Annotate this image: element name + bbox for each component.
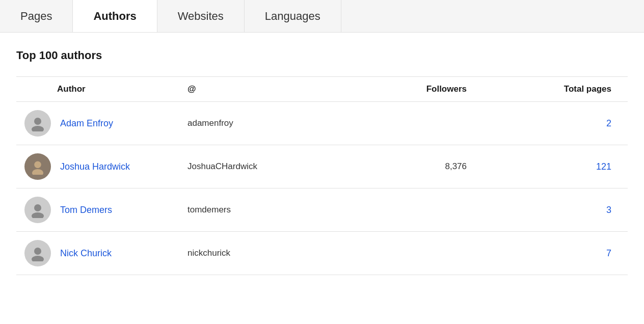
author-cell: Joshua Hardwick <box>24 153 171 180</box>
svg-point-1 <box>32 126 44 131</box>
col-header-author: Author <box>16 77 179 102</box>
handle-cell: adamenfroy <box>179 102 363 145</box>
followers-cell <box>363 232 475 275</box>
author-cell-td: Tom Demers <box>16 188 179 232</box>
total-pages-cell: 2 <box>475 102 628 145</box>
svg-point-7 <box>32 256 44 261</box>
table-header-row: Author @ Followers Total pages <box>16 77 628 102</box>
author-cell-td: Nick Churick <box>16 232 179 275</box>
followers-cell <box>363 188 475 232</box>
col-header-total-pages: Total pages <box>475 77 628 102</box>
col-header-handle: @ <box>179 77 363 102</box>
total-pages-cell: 7 <box>475 232 628 275</box>
svg-point-6 <box>34 248 41 255</box>
author-name-link[interactable]: Tom Demers <box>60 205 112 215</box>
table-row: Tom Demers tomdemers 3 <box>16 188 628 232</box>
author-name-link[interactable]: Adam Enfroy <box>60 118 113 129</box>
tab-bar: Pages Authors Websites Languages <box>0 0 644 33</box>
svg-point-3 <box>32 169 43 175</box>
table-row: Joshua Hardwick JoshuaCHardwick 8,376 12… <box>16 145 628 188</box>
author-name-link[interactable]: Joshua Hardwick <box>60 161 130 172</box>
followers-cell <box>363 102 475 145</box>
table-row: Adam Enfroy adamenfroy 2 <box>16 102 628 145</box>
tab-pages[interactable]: Pages <box>0 0 73 32</box>
author-cell: Nick Churick <box>24 240 171 266</box>
total-pages-cell: 3 <box>475 188 628 232</box>
author-cell-td: Adam Enfroy <box>16 102 179 145</box>
svg-point-4 <box>34 204 41 211</box>
handle-cell: JoshuaCHardwick <box>179 145 363 188</box>
authors-table: Author @ Followers Total pages Adam Enfr… <box>16 76 628 275</box>
author-name-link[interactable]: Nick Churick <box>60 248 112 259</box>
handle-cell: nickchurick <box>179 232 363 275</box>
author-cell: Tom Demers <box>24 197 171 223</box>
author-cell-td: Joshua Hardwick <box>16 145 179 188</box>
avatar <box>24 110 51 137</box>
svg-point-0 <box>34 118 41 125</box>
svg-point-2 <box>34 161 41 169</box>
avatar <box>24 153 51 180</box>
main-content: Top 100 authors Author @ Followers Total… <box>0 33 644 275</box>
tab-authors[interactable]: Authors <box>73 0 157 32</box>
col-header-followers: Followers <box>363 77 475 102</box>
handle-cell: tomdemers <box>179 188 363 232</box>
avatar <box>24 197 51 223</box>
avatar <box>24 240 51 266</box>
tab-languages[interactable]: Languages <box>245 0 341 32</box>
svg-point-5 <box>32 212 44 218</box>
tab-websites[interactable]: Websites <box>157 0 245 32</box>
section-title: Top 100 authors <box>16 49 628 62</box>
total-pages-cell: 121 <box>475 145 628 188</box>
followers-cell: 8,376 <box>363 145 475 188</box>
author-cell: Adam Enfroy <box>24 110 171 137</box>
table-row: Nick Churick nickchurick 7 <box>16 232 628 275</box>
